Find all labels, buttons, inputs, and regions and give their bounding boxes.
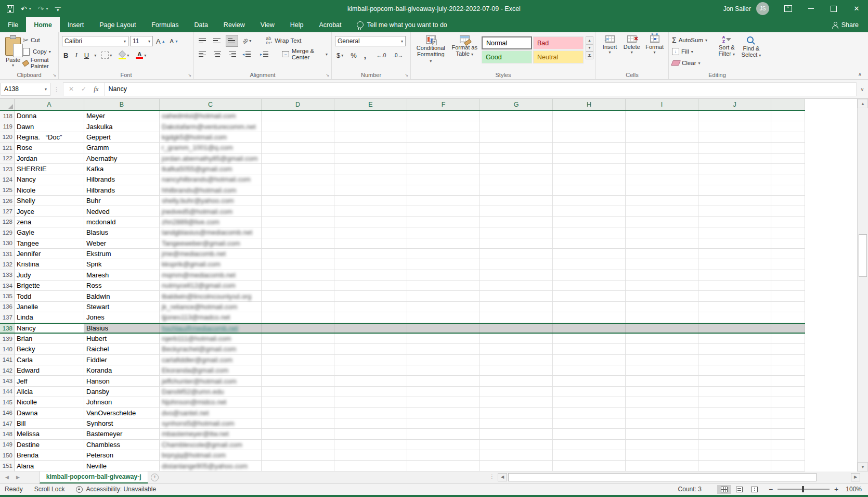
gallery-scroll-up-icon[interactable]: ▲ [586, 36, 593, 44]
increase-indent-button[interactable]: ▸ [258, 49, 273, 60]
cell-I119[interactable] [626, 121, 698, 132]
cell-H149[interactable] [553, 440, 626, 450]
cell-I122[interactable] [626, 154, 698, 164]
tab-view[interactable]: View [253, 17, 282, 32]
cell-F138[interactable] [407, 324, 480, 333]
cell-F151[interactable] [407, 461, 480, 471]
cell-H142[interactable] [553, 365, 626, 376]
fill-color-button[interactable]: ▾ [117, 50, 131, 61]
cell-F119[interactable] [407, 121, 480, 132]
cell-I120[interactable] [626, 132, 698, 143]
cell-I118[interactable] [626, 111, 698, 121]
cell-F136[interactable] [407, 302, 480, 312]
cell-partial126[interactable] [771, 196, 805, 206]
paste-button[interactable]: Paste ▾ [3, 34, 23, 69]
cell-B137[interactable]: Jones [84, 312, 160, 323]
cell-E131[interactable] [334, 249, 407, 259]
cell-I141[interactable] [626, 355, 698, 365]
cell-A151[interactable]: Alana [15, 461, 84, 471]
cell-partial133[interactable] [771, 270, 805, 281]
cell-B145[interactable]: Johnson [84, 397, 160, 407]
cell-F147[interactable] [407, 418, 480, 429]
cell-I132[interactable] [626, 259, 698, 270]
row-header-123[interactable]: 123 [0, 164, 15, 174]
align-right-button[interactable] [226, 49, 238, 60]
alignment-dialog-launcher-icon[interactable]: ↘ [326, 73, 329, 78]
row-header-146[interactable]: 146 [0, 408, 15, 418]
cell-D144[interactable] [262, 387, 334, 397]
row-header-131[interactable]: 131 [0, 249, 15, 259]
cell-H129[interactable] [553, 227, 626, 238]
cell-I129[interactable] [626, 227, 698, 238]
find-select-button[interactable]: Find &Select ▾ [739, 34, 763, 69]
cell-C145[interactable]: Njohnson@midco.net [160, 397, 262, 407]
customize-quick-access-icon[interactable]: ──▾ [55, 6, 61, 11]
cell-H141[interactable] [553, 355, 626, 365]
cell-I151[interactable] [626, 461, 698, 471]
cell-partial139[interactable] [771, 334, 805, 344]
cell-G150[interactable] [480, 450, 553, 461]
cell-H151[interactable] [553, 461, 626, 471]
number-dialog-launcher-icon[interactable]: ↘ [405, 73, 408, 78]
cell-A144[interactable]: Alicia [15, 387, 84, 397]
cell-E150[interactable] [334, 450, 407, 461]
cell-J136[interactable] [698, 302, 771, 312]
row-header-124[interactable]: 124 [0, 174, 15, 185]
align-left-button[interactable] [197, 49, 209, 60]
cell-partial131[interactable] [771, 249, 805, 259]
cell-C149[interactable]: Chamblescole@gmail.com [160, 440, 262, 450]
merge-center-button[interactable]: ⇔ Merge & Center ▾ [280, 49, 329, 60]
cell-C141[interactable]: carlafiddler@gmail.com [160, 355, 262, 365]
cell-I148[interactable] [626, 429, 698, 439]
cell-E147[interactable] [334, 418, 407, 429]
cell-A128[interactable]: zena [15, 217, 84, 227]
cell-G123[interactable] [480, 164, 553, 174]
cell-A143[interactable]: Jeff [15, 376, 84, 386]
cell-B121[interactable]: Gramm [84, 143, 160, 153]
cell-I136[interactable] [626, 302, 698, 312]
cell-E121[interactable] [334, 143, 407, 153]
cell-J143[interactable] [698, 376, 771, 386]
row-header-129[interactable]: 129 [0, 227, 15, 238]
cell-H130[interactable] [553, 238, 626, 249]
cell-H133[interactable] [553, 270, 626, 281]
cell-A140[interactable]: Becky [15, 344, 84, 354]
cell-partial144[interactable] [771, 387, 805, 397]
cell-partial124[interactable] [771, 174, 805, 185]
format-cells-button[interactable]: ⇤⇥ Format ▾ [643, 34, 666, 55]
cell-partial146[interactable] [771, 408, 805, 418]
cell-J151[interactable] [698, 461, 771, 471]
underline-button[interactable]: U [83, 50, 90, 61]
cell-E136[interactable] [334, 302, 407, 312]
cell-F148[interactable] [407, 429, 480, 439]
column-header-h[interactable]: H [553, 99, 626, 110]
cell-A145[interactable]: Nicolle [15, 397, 84, 407]
underline-dropdown-icon[interactable]: ▾ [94, 53, 96, 58]
undo-icon[interactable]: ↶ [21, 5, 27, 12]
row-header-130[interactable]: 130 [0, 238, 15, 249]
cell-I146[interactable] [626, 408, 698, 418]
cell-A137[interactable]: Linda [15, 312, 84, 323]
clear-button[interactable]: Clear▾ [672, 57, 715, 69]
cell-D123[interactable] [262, 164, 334, 174]
accessibility-status[interactable]: Accessibility: Unavailable [76, 486, 156, 493]
page-layout-view-button[interactable] [732, 485, 746, 494]
cell-I121[interactable] [626, 143, 698, 153]
cell-E127[interactable] [334, 206, 407, 216]
select-all-corner[interactable] [0, 99, 15, 110]
cell-G137[interactable] [480, 312, 553, 323]
row-header-134[interactable]: 134 [0, 281, 15, 291]
decrease-font-size-button[interactable]: A▼ [169, 36, 180, 47]
cell-G136[interactable] [480, 302, 553, 312]
column-header-partial[interactable] [771, 99, 805, 110]
cell-style-normal[interactable]: Normal [482, 36, 532, 49]
cell-A131[interactable]: Jennifer [15, 249, 84, 259]
cell-F129[interactable] [407, 227, 480, 238]
cell-J126[interactable] [698, 196, 771, 206]
cell-F146[interactable] [407, 408, 480, 418]
cell-I127[interactable] [626, 206, 698, 216]
cell-B144[interactable]: Dansby [84, 387, 160, 397]
cell-E122[interactable] [334, 154, 407, 164]
paste-dropdown-icon[interactable]: ▾ [12, 64, 14, 67]
cell-I131[interactable] [626, 249, 698, 259]
